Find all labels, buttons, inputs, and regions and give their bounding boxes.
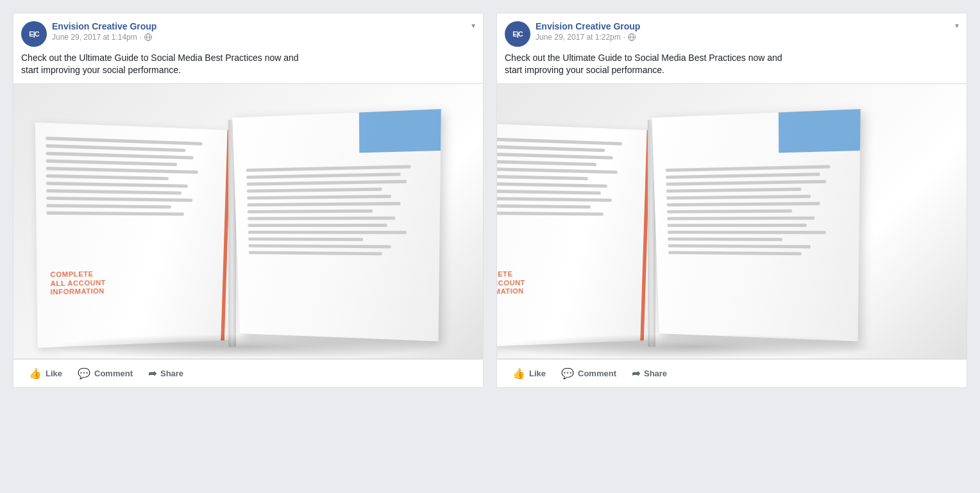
book-right-page-2	[652, 109, 860, 341]
book-illustration-1: COMPLETEALL ACCOUNTINFORMATION	[13, 84, 483, 358]
book-wrapper-2: COMPLETEALL ACCOUNTINFORMATION	[497, 103, 901, 358]
book-left-page-1: COMPLETEALL ACCOUNTINFORMATION	[35, 122, 237, 347]
avatar-text-2: E|C	[512, 30, 522, 38]
chevron-down-icon-2[interactable]: ▾	[955, 21, 959, 30]
post-meta-2: Envision Creative Group June 29, 2017 at…	[536, 21, 959, 42]
share-label-1: Share	[160, 369, 183, 378]
comment-label-1: Comment	[94, 369, 133, 378]
share-icon-1: ➦	[148, 367, 156, 380]
book-heading-2: COMPLETEALL ACCOUNTINFORMATION	[497, 270, 525, 296]
like-label-1: Like	[46, 369, 62, 378]
post-meta-1: Envision Creative Group June 29, 2017 at…	[52, 21, 475, 42]
dot-separator-1: ·	[140, 33, 142, 42]
text-lines-right-1	[245, 120, 430, 260]
post-image-2[interactable]: COMPLETEALL ACCOUNTINFORMATION	[497, 83, 967, 359]
book-right-page-1	[232, 109, 441, 341]
dot-separator-2: ·	[623, 33, 625, 42]
post-text-line2-2: start improving your social performance.	[505, 65, 664, 75]
timestamp-2: June 29, 2017 at 1:22pm	[536, 33, 621, 42]
timestamp-1: June 29, 2017 at 1:14pm	[52, 33, 137, 42]
like-icon-2: 👍	[512, 367, 525, 380]
book-illustration-2: COMPLETEALL ACCOUNTINFORMATION	[497, 84, 967, 358]
page-name-1[interactable]: Envision Creative Group	[52, 21, 475, 32]
chevron-down-icon-1[interactable]: ▾	[471, 21, 475, 30]
text-lines-left-1	[46, 137, 218, 220]
post-text-2: Check out the Ultimate Guide to Social M…	[497, 52, 967, 83]
like-button-1[interactable]: 👍 Like	[21, 362, 70, 385]
post-header-2: E|C Envision Creative Group June 29, 201…	[497, 13, 967, 52]
text-lines-right-2	[664, 120, 850, 260]
post-time-1: June 29, 2017 at 1:14pm ·	[52, 33, 475, 42]
comment-button-2[interactable]: 💬 Comment	[553, 362, 624, 385]
post-card-1: E|C Envision Creative Group June 29, 201…	[13, 13, 484, 388]
post-actions-2: 👍 Like 💬 Comment ➦ Share	[497, 359, 967, 387]
avatar-2[interactable]: E|C	[505, 21, 530, 47]
share-button-1[interactable]: ➦ Share	[140, 362, 191, 385]
post-text-line2-1: start improving your social performance.	[21, 65, 181, 75]
avatar-text-1: E|C	[29, 30, 38, 38]
avatar-1[interactable]: E|C	[21, 21, 47, 47]
book-shadow-1	[52, 334, 437, 358]
post-text-line1-1: Check out the Ultimate Guide to Social M…	[21, 53, 299, 63]
post-text-line1-2: Check out the Ultimate Guide to Social M…	[505, 53, 782, 63]
globe-icon-1	[144, 33, 152, 41]
comment-label-2: Comment	[578, 369, 616, 378]
post-card-2: E|C Envision Creative Group June 29, 201…	[496, 13, 967, 388]
book-wrapper-1: COMPLETEALL ACCOUNTINFORMATION	[39, 103, 456, 358]
like-label-2: Like	[529, 369, 546, 378]
globe-icon-2	[628, 33, 636, 41]
share-button-2[interactable]: ➦ Share	[624, 362, 675, 385]
like-icon-1: 👍	[29, 367, 42, 380]
post-actions-1: 👍 Like 💬 Comment ➦ Share	[13, 359, 483, 387]
share-label-2: Share	[644, 369, 667, 378]
comment-icon-2: 💬	[561, 367, 574, 380]
post-text-1: Check out the Ultimate Guide to Social M…	[13, 52, 483, 83]
post-header-1: E|C Envision Creative Group June 29, 201…	[13, 13, 483, 52]
post-image-1[interactable]: COMPLETEALL ACCOUNTINFORMATION	[13, 83, 483, 359]
like-button-2[interactable]: 👍 Like	[505, 362, 553, 385]
book-left-page-2: COMPLETEALL ACCOUNTINFORMATION	[497, 122, 657, 347]
text-lines-left-2	[497, 137, 638, 220]
book-shadow-2	[497, 334, 882, 358]
post-time-2: June 29, 2017 at 1:22pm ·	[536, 33, 959, 42]
book-heading-1: COMPLETEALL ACCOUNTINFORMATION	[50, 270, 106, 296]
share-icon-2: ➦	[632, 367, 640, 380]
page-name-2[interactable]: Envision Creative Group	[536, 21, 959, 32]
comment-icon-1: 💬	[78, 367, 90, 380]
comment-button-1[interactable]: 💬 Comment	[70, 362, 140, 385]
